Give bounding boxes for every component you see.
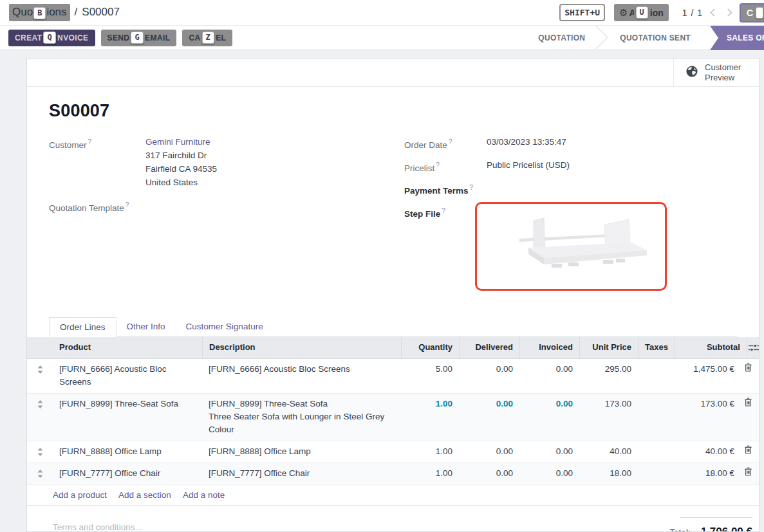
action-buttons: CREATQNVOICE SENDGEMAIL CAZEL xyxy=(8,30,232,46)
step-file-label: Step File? xyxy=(404,204,487,221)
breadcrumb-quotations-link[interactable]: QuoBions xyxy=(9,4,70,21)
add-a-product-link[interactable]: Add a product xyxy=(53,490,107,500)
form-sheet: Customer Preview S00007 Customer? Gemini… xyxy=(26,58,759,532)
order-line-product[interactable]: [FURN_8999] Three-Seat Sofa xyxy=(53,394,202,415)
order-line-description-line: Three Seater Sofa with Lounger in Steel … xyxy=(209,410,395,436)
tab-other-info[interactable]: Other Info xyxy=(116,317,176,336)
step-file-label-text: Step File xyxy=(404,208,440,218)
order-line-product[interactable]: [FURN_7777] Office Chair xyxy=(53,463,202,484)
action-menu-button[interactable]: ⚙ A U ion xyxy=(614,4,669,21)
tab-order-lines[interactable]: Order Lines xyxy=(49,317,116,337)
field-customer: Customer? Gemini Furniture 317 Fairchild… xyxy=(49,135,404,189)
action-bar: CREATQNVOICE SENDGEMAIL CAZEL QUOTATIONQ… xyxy=(0,26,764,50)
statusbar-stage-quotation-sent[interactable]: QUOTATION SENT xyxy=(606,33,705,42)
pricelist-value[interactable]: Public Pricelist (USD) xyxy=(487,158,570,172)
order-line-delivered[interactable]: 0.00 xyxy=(459,463,519,484)
order-line-unit-price[interactable]: 173.00 xyxy=(579,394,638,415)
order-line-taxes[interactable] xyxy=(638,394,669,402)
help-icon: ? xyxy=(470,184,474,191)
field-column-left: Customer? Gemini Furniture 317 Fairchild… xyxy=(49,135,404,297)
customer-link[interactable]: Gemini Furniture xyxy=(145,137,210,147)
terms-placeholder[interactable]: Terms and conditions... xyxy=(53,517,142,532)
delete-line-button[interactable] xyxy=(741,359,759,376)
add-a-section-link[interactable]: Add a section xyxy=(118,490,171,500)
create-invoice-button[interactable]: CREATQNVOICE xyxy=(8,30,95,46)
order-line-unit-price[interactable]: 40.00 xyxy=(579,441,638,463)
column-quantity[interactable]: Quantity xyxy=(401,337,459,358)
pricelist-label-text: Pricelist xyxy=(404,163,434,172)
help-icon: ? xyxy=(449,138,452,145)
order-line-description[interactable]: [FURN_7777] Office Chair xyxy=(202,463,401,484)
send-email-button[interactable]: SENDGEMAIL xyxy=(101,30,177,46)
payment-terms-label-text: Payment Terms xyxy=(404,186,469,196)
order-line-row[interactable]: [FURN_8999] Three-Seat Sofa[FURN_8999] T… xyxy=(27,394,759,441)
quotation-template-label-text: Quotation Template xyxy=(49,203,124,213)
order-line-taxes[interactable] xyxy=(638,463,669,472)
help-icon: ? xyxy=(126,201,129,208)
column-description[interactable]: Description xyxy=(202,337,401,358)
order-line-quantity[interactable]: 1.00 xyxy=(401,441,459,463)
hint-key-q: Q xyxy=(43,32,56,44)
order-line-quantity[interactable]: 1.00 xyxy=(401,394,459,415)
sheet-footer: Terms and conditions... Total: 1,706.00 … xyxy=(27,506,759,532)
order-line-quantity[interactable]: 5.00 xyxy=(401,359,459,380)
order-date-value[interactable]: 03/03/2023 13:35:47 xyxy=(487,135,566,149)
send-email-text-post: EMAIL xyxy=(145,33,170,42)
customer-label-text: Customer xyxy=(49,140,87,150)
order-line-invoiced[interactable]: 0.00 xyxy=(519,359,579,380)
column-unit-price[interactable]: Unit Price xyxy=(579,337,638,358)
drag-handle-icon[interactable] xyxy=(27,441,53,461)
order-line-description[interactable]: [FURN_8888] Office Lamp xyxy=(202,441,401,463)
order-line-taxes[interactable] xyxy=(638,359,669,367)
drag-handle-icon[interactable] xyxy=(27,359,53,378)
order-line-product[interactable]: [FURN_6666] Acoustic Bloc Screens xyxy=(53,359,202,393)
delete-line-button[interactable] xyxy=(741,394,759,411)
order-line-invoiced[interactable]: 0.00 xyxy=(519,463,579,484)
statusbar-stage-sales-order[interactable]: SALES ORDER xyxy=(710,26,764,50)
field-quotation-template[interactable]: Quotation Template? xyxy=(49,198,404,215)
top-navbar: QuoBions / S00007 SHIFT+U ⚙ A U ion 1 / … xyxy=(0,0,764,26)
order-line-delivered[interactable]: 0.00 xyxy=(459,441,519,463)
column-delivered[interactable]: Delivered xyxy=(459,337,519,358)
delete-line-button[interactable] xyxy=(741,441,759,459)
order-line-quantity[interactable]: 1.00 xyxy=(401,463,459,484)
order-line-invoiced[interactable]: 0.00 xyxy=(519,394,579,415)
customer-label: Customer? xyxy=(49,135,145,152)
column-invoiced[interactable]: Invoiced xyxy=(519,337,579,358)
drag-handle-icon[interactable] xyxy=(27,394,53,413)
optional-columns-button[interactable] xyxy=(747,339,759,356)
chevron-right-icon[interactable] xyxy=(724,8,732,17)
order-line-description[interactable]: [FURN_6666] Acoustic Bloc Screens xyxy=(202,359,401,380)
tab-customer-signature[interactable]: Customer Signature xyxy=(176,317,274,336)
order-line-taxes[interactable] xyxy=(638,441,669,450)
column-product[interactable]: Product xyxy=(53,337,202,358)
delete-line-button[interactable] xyxy=(741,463,759,481)
order-line-description[interactable]: [FURN_8999] Three-Seat SofaThree Seater … xyxy=(202,394,401,441)
breadcrumb: QuoBions / S00007 xyxy=(9,4,120,21)
order-line-subtotal: 1,475.00 € xyxy=(669,359,741,380)
gear-icon: ⚙ xyxy=(619,8,628,17)
order-line-unit-price[interactable]: 18.00 xyxy=(579,463,638,484)
breadcrumb-section-text-post: ions xyxy=(46,6,66,18)
column-taxes[interactable]: Taxes xyxy=(638,337,675,358)
drag-handle-icon[interactable] xyxy=(27,463,53,482)
sheet-header-strip: Customer Preview xyxy=(27,59,759,87)
order-line-invoiced[interactable]: 0.00 xyxy=(519,441,579,463)
customer-preview-button[interactable]: Customer Preview xyxy=(673,59,759,86)
edge-hint-widget[interactable]: C xyxy=(740,3,764,23)
order-line-unit-price[interactable]: 295.00 xyxy=(579,359,638,380)
chevron-left-icon[interactable] xyxy=(710,8,718,17)
order-line-row[interactable]: [FURN_8888] Office Lamp[FURN_8888] Offic… xyxy=(27,441,759,463)
cancel-button[interactable]: CAZEL xyxy=(182,30,232,46)
order-line-delivered[interactable]: 0.00 xyxy=(459,394,519,415)
order-line-product[interactable]: [FURN_8888] Office Lamp xyxy=(53,441,202,463)
hint-key-g: G xyxy=(131,32,144,44)
order-line-row[interactable]: [FURN_6666] Acoustic Bloc Screens[FURN_6… xyxy=(27,359,759,394)
add-a-note-link[interactable]: Add a note xyxy=(183,490,225,500)
order-lines-header-row: Product Description Quantity Delivered I… xyxy=(27,337,759,359)
order-line-row[interactable]: [FURN_7777] Office Chair[FURN_7777] Offi… xyxy=(27,463,759,485)
column-subtotal[interactable]: Subtotal xyxy=(675,337,747,358)
step-file-preview[interactable] xyxy=(475,202,667,291)
totals-row: Total: 1,706.00 € xyxy=(630,518,752,532)
order-line-delivered[interactable]: 0.00 xyxy=(459,359,519,380)
